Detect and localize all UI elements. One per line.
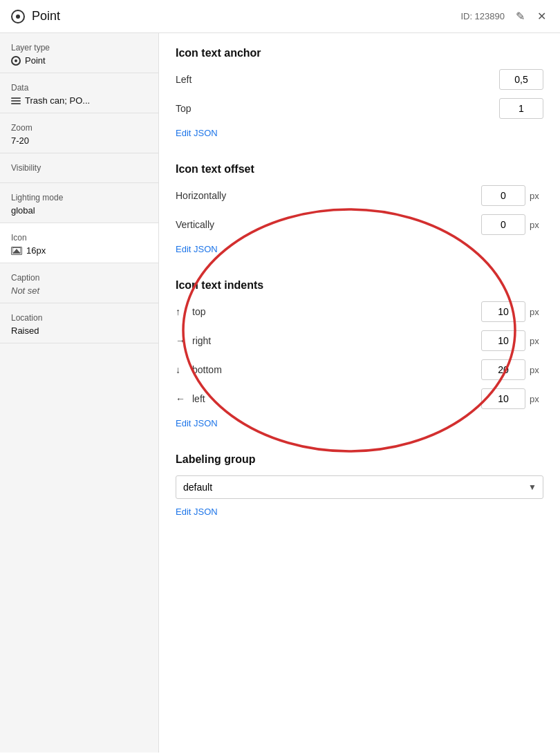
sidebar-item-visibility[interactable]: Visibility: [0, 153, 158, 183]
indent-right-unit: px: [530, 336, 543, 346]
edit-button[interactable]: ✎: [513, 8, 528, 24]
zoom-label: Zoom: [11, 123, 147, 133]
location-value: Raised: [11, 325, 147, 336]
indent-left-label: left: [192, 393, 481, 404]
arrow-left-icon: ←: [176, 393, 189, 404]
icon-text-anchor-title: Icon text anchor: [176, 47, 543, 59]
anchor-top-label: Top: [176, 103, 499, 114]
offset-vertical-input[interactable]: [481, 214, 525, 235]
indent-bottom-label: bottom: [192, 364, 481, 375]
anchor-edit-json[interactable]: Edit JSON: [176, 128, 218, 138]
arrow-up-icon: ↑: [176, 306, 189, 317]
icon-text-indents-section: Icon text indents ↑ top px → right px ↓ …: [176, 279, 543, 441]
anchor-top-row: Top: [176, 98, 543, 119]
offset-horizontal-unit: px: [530, 191, 543, 201]
anchor-left-row: Left: [176, 69, 543, 90]
data-icon: [11, 97, 21, 104]
indent-left-input[interactable]: [481, 388, 525, 409]
indent-top-row: ↑ top px: [176, 301, 543, 322]
indent-top-input[interactable]: [481, 301, 525, 322]
zoom-value: 7-20: [11, 135, 147, 146]
point-layer-icon: [11, 10, 25, 23]
indent-right-input[interactable]: [481, 330, 525, 351]
icon-label: Icon: [11, 233, 147, 243]
layer-type-value: Point: [11, 55, 147, 66]
offset-vertical-label: Vertically: [176, 219, 481, 230]
sidebar-item-icon[interactable]: Icon 16px: [0, 223, 158, 263]
anchor-left-label: Left: [176, 74, 499, 85]
labeling-group-section: Labeling group default ▼ Edit JSON: [176, 453, 543, 529]
sidebar-item-lighting-mode[interactable]: Lighting mode global: [0, 183, 158, 223]
offset-edit-json[interactable]: Edit JSON: [176, 244, 218, 254]
main-layout: Layer type Point Data Trash can; PO... Z…: [0, 33, 560, 753]
icon-text-offset-section: Icon text offset Horizontally px Vertica…: [176, 163, 543, 267]
panel-title: Point: [32, 9, 460, 23]
indent-top-label: top: [192, 306, 481, 317]
labeling-group-select-wrapper: default ▼: [176, 475, 543, 499]
icon-text-anchor-section: Icon text anchor Left Top Edit JSON: [176, 47, 543, 151]
offset-vertical-row: Vertically px: [176, 214, 543, 235]
caption-value: Not set: [11, 285, 147, 296]
arrow-down-icon: ↓: [176, 364, 189, 375]
sidebar-item-location[interactable]: Location Raised: [0, 303, 158, 343]
image-icon: [11, 247, 22, 255]
lighting-mode-value: global: [11, 205, 147, 216]
indent-left-unit: px: [530, 394, 543, 404]
indent-right-row: → right px: [176, 330, 543, 351]
indent-bottom-row: ↓ bottom px: [176, 359, 543, 380]
sidebar-item-data[interactable]: Data Trash can; PO...: [0, 73, 158, 113]
sidebar: Layer type Point Data Trash can; PO... Z…: [0, 33, 159, 753]
visibility-label: Visibility: [11, 163, 147, 173]
labeling-edit-json[interactable]: Edit JSON: [176, 507, 218, 517]
sidebar-item-layer-type[interactable]: Layer type Point: [0, 33, 158, 73]
entity-id: ID: 123890: [460, 11, 505, 21]
data-value: Trash can; PO...: [11, 95, 147, 106]
caption-label: Caption: [11, 273, 147, 283]
indent-left-row: ← left px: [176, 388, 543, 409]
anchor-top-input[interactable]: [499, 98, 543, 119]
indent-right-label: right: [192, 335, 481, 346]
anchor-left-input[interactable]: [499, 69, 543, 90]
header-actions: ✎ ✕: [513, 8, 549, 24]
location-label: Location: [11, 313, 147, 323]
icon-text-offset-title: Icon text offset: [176, 163, 543, 176]
sidebar-item-caption[interactable]: Caption Not set: [0, 263, 158, 303]
icon-text-indents-title: Icon text indents: [176, 279, 543, 292]
offset-horizontal-input[interactable]: [481, 185, 525, 206]
data-label: Data: [11, 83, 147, 93]
sidebar-item-zoom[interactable]: Zoom 7-20: [0, 113, 158, 153]
icon-value: 16px: [11, 245, 147, 256]
arrow-right-icon: →: [176, 335, 189, 346]
content-area: Icon text anchor Left Top Edit JSON Icon…: [159, 33, 560, 753]
indent-top-unit: px: [530, 307, 543, 317]
close-button[interactable]: ✕: [534, 8, 549, 24]
offset-vertical-unit: px: [530, 220, 543, 230]
indents-edit-json[interactable]: Edit JSON: [176, 418, 218, 428]
header: Point ID: 123890 ✎ ✕: [0, 0, 560, 33]
indent-bottom-unit: px: [530, 365, 543, 375]
point-icon: [11, 56, 21, 66]
labeling-group-title: Labeling group: [176, 453, 543, 466]
svg-marker-1: [12, 249, 21, 254]
lighting-mode-label: Lighting mode: [11, 193, 147, 202]
labeling-group-select[interactable]: default: [176, 475, 543, 499]
offset-horizontal-label: Horizontally: [176, 190, 481, 201]
offset-horizontal-row: Horizontally px: [176, 185, 543, 206]
layer-type-label: Layer type: [11, 43, 147, 53]
indent-bottom-input[interactable]: [481, 359, 525, 380]
